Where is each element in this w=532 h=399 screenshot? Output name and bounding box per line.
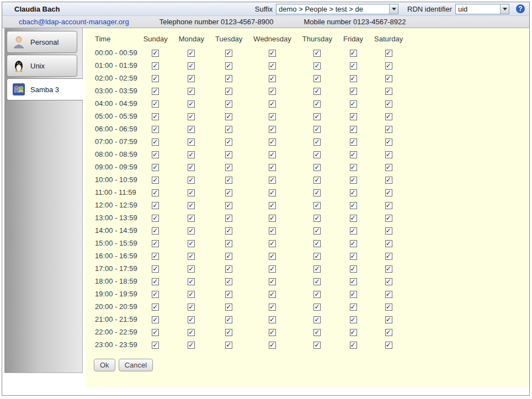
day-checkbox-wednesday[interactable] (269, 329, 276, 336)
day-checkbox-thursday[interactable] (313, 189, 321, 196)
day-checkbox-saturday[interactable] (385, 164, 392, 171)
rdn-identifier-select[interactable]: uid (455, 4, 509, 14)
day-checkbox-monday[interactable] (188, 227, 195, 235)
day-checkbox-saturday[interactable] (385, 202, 392, 209)
day-checkbox-wednesday[interactable] (269, 189, 276, 196)
day-checkbox-wednesday[interactable] (269, 304, 276, 311)
day-checkbox-saturday[interactable] (385, 88, 392, 95)
day-checkbox-saturday[interactable] (385, 265, 392, 273)
day-checkbox-wednesday[interactable] (269, 240, 276, 247)
day-checkbox-monday[interactable] (188, 291, 195, 298)
day-checkbox-friday[interactable] (350, 100, 357, 108)
day-checkbox-wednesday[interactable] (269, 151, 276, 158)
day-checkbox-wednesday[interactable] (269, 88, 276, 95)
day-checkbox-sunday[interactable] (152, 75, 159, 82)
day-checkbox-sunday[interactable] (152, 291, 159, 298)
tab-samba3[interactable]: Samba 3 (7, 78, 83, 100)
day-checkbox-tuesday[interactable] (225, 253, 232, 260)
day-checkbox-saturday[interactable] (385, 177, 392, 184)
day-checkbox-tuesday[interactable] (225, 240, 232, 247)
day-checkbox-saturday[interactable] (385, 278, 392, 285)
day-checkbox-monday[interactable] (188, 265, 195, 273)
day-checkbox-thursday[interactable] (313, 240, 321, 247)
day-checkbox-monday[interactable] (188, 164, 195, 171)
day-checkbox-tuesday[interactable] (225, 189, 232, 196)
day-checkbox-saturday[interactable] (385, 291, 392, 298)
day-checkbox-thursday[interactable] (313, 151, 321, 158)
day-checkbox-sunday[interactable] (152, 342, 159, 349)
day-checkbox-tuesday[interactable] (225, 265, 232, 273)
day-checkbox-monday[interactable] (188, 240, 195, 247)
day-checkbox-friday[interactable] (350, 329, 357, 336)
day-checkbox-saturday[interactable] (385, 316, 392, 323)
day-checkbox-wednesday[interactable] (269, 227, 276, 235)
day-checkbox-sunday[interactable] (152, 100, 159, 108)
tab-unix[interactable]: Unix (7, 55, 77, 77)
day-checkbox-tuesday[interactable] (225, 304, 232, 311)
day-checkbox-tuesday[interactable] (225, 164, 232, 171)
day-checkbox-friday[interactable] (350, 304, 357, 311)
day-checkbox-monday[interactable] (188, 304, 195, 311)
email-link[interactable]: cbach@ldap-account-manager.org (19, 18, 129, 26)
day-checkbox-thursday[interactable] (313, 139, 321, 146)
day-checkbox-wednesday[interactable] (269, 215, 276, 222)
day-checkbox-saturday[interactable] (385, 100, 392, 108)
day-checkbox-sunday[interactable] (152, 164, 159, 171)
day-checkbox-wednesday[interactable] (269, 113, 276, 120)
day-checkbox-monday[interactable] (188, 253, 195, 260)
day-checkbox-saturday[interactable] (385, 304, 392, 311)
day-checkbox-saturday[interactable] (385, 113, 392, 120)
day-checkbox-sunday[interactable] (152, 316, 159, 323)
day-checkbox-monday[interactable] (188, 342, 195, 349)
day-checkbox-sunday[interactable] (152, 177, 159, 184)
day-checkbox-wednesday[interactable] (269, 62, 276, 70)
day-checkbox-tuesday[interactable] (225, 151, 232, 158)
day-checkbox-sunday[interactable] (152, 304, 159, 311)
day-checkbox-monday[interactable] (188, 151, 195, 158)
day-checkbox-tuesday[interactable] (225, 227, 232, 235)
cancel-button[interactable]: Cancel (119, 359, 153, 371)
day-checkbox-tuesday[interactable] (225, 100, 232, 108)
day-checkbox-monday[interactable] (188, 278, 195, 285)
day-checkbox-thursday[interactable] (313, 100, 321, 108)
day-checkbox-saturday[interactable] (385, 75, 392, 82)
day-checkbox-sunday[interactable] (152, 278, 159, 285)
day-checkbox-saturday[interactable] (385, 62, 392, 70)
day-checkbox-friday[interactable] (350, 177, 357, 184)
day-checkbox-sunday[interactable] (152, 139, 159, 146)
day-checkbox-friday[interactable] (350, 151, 357, 158)
day-checkbox-friday[interactable] (350, 215, 357, 222)
day-checkbox-tuesday[interactable] (225, 113, 232, 120)
day-checkbox-thursday[interactable] (313, 253, 321, 260)
day-checkbox-friday[interactable] (350, 253, 357, 260)
day-checkbox-friday[interactable] (350, 164, 357, 171)
day-checkbox-sunday[interactable] (152, 329, 159, 336)
day-checkbox-wednesday[interactable] (269, 164, 276, 171)
day-checkbox-wednesday[interactable] (269, 278, 276, 285)
day-checkbox-monday[interactable] (188, 202, 195, 209)
day-checkbox-tuesday[interactable] (225, 50, 232, 57)
day-checkbox-tuesday[interactable] (225, 202, 232, 209)
day-checkbox-tuesday[interactable] (225, 316, 232, 323)
day-checkbox-wednesday[interactable] (269, 50, 276, 57)
day-checkbox-saturday[interactable] (385, 215, 392, 222)
day-checkbox-monday[interactable] (188, 189, 195, 196)
day-checkbox-friday[interactable] (350, 227, 357, 235)
day-checkbox-friday[interactable] (350, 202, 357, 209)
day-checkbox-tuesday[interactable] (225, 75, 232, 82)
day-checkbox-monday[interactable] (188, 50, 195, 57)
day-checkbox-monday[interactable] (188, 62, 195, 70)
day-checkbox-monday[interactable] (188, 113, 195, 120)
day-checkbox-thursday[interactable] (313, 215, 321, 222)
day-checkbox-wednesday[interactable] (269, 100, 276, 108)
day-checkbox-thursday[interactable] (313, 265, 321, 273)
day-checkbox-tuesday[interactable] (225, 215, 232, 222)
day-checkbox-thursday[interactable] (313, 316, 321, 323)
day-checkbox-tuesday[interactable] (225, 278, 232, 285)
day-checkbox-friday[interactable] (350, 316, 357, 323)
day-checkbox-thursday[interactable] (313, 62, 321, 70)
day-checkbox-monday[interactable] (188, 215, 195, 222)
day-checkbox-thursday[interactable] (313, 342, 321, 349)
day-checkbox-monday[interactable] (188, 316, 195, 323)
day-checkbox-sunday[interactable] (152, 253, 159, 260)
